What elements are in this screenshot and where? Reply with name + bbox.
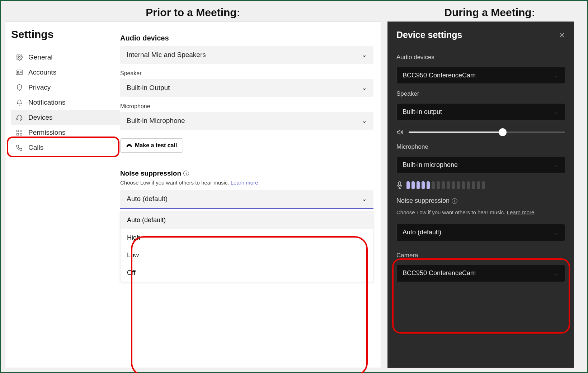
noise-suppression-heading-dark: Noise suppression i [396,197,565,205]
microphone-select-dark[interactable]: Built-in microphone ⌄ [396,156,565,173]
microphone-label: Microphone [120,103,373,110]
audio-devices-heading: Audio devices [120,34,373,42]
device-settings-title: Device settings [396,30,462,40]
svg-rect-8 [20,130,22,132]
noise-suppression-desc: Choose Low if you want others to hear mu… [120,180,373,186]
nav-label: Notifications [28,99,66,106]
microphone-value-dark: Built-in microphone [403,161,458,169]
camera-value: BCC950 ConferenceCam [403,269,476,277]
phone-icon [15,144,23,152]
divider [120,163,373,163]
caption-during: During a Meeting: [396,6,583,19]
chevron-down-icon: ⌄ [554,229,559,236]
mic-level-bar [442,181,445,189]
make-test-call-button[interactable]: Make a test call [120,138,183,153]
nav-label: Accounts [28,68,56,76]
ns-option-high[interactable]: High [121,229,373,247]
ns-option-auto[interactable]: Auto (default) [121,211,373,229]
device-settings-panel: Device settings Audio devices BCC950 Con… [387,21,574,368]
ns-value-dark: Auto (default) [403,229,441,236]
nav-general[interactable]: General [11,50,120,65]
caption-prior: Prior to a Meeting: [5,6,381,19]
learn-more-link[interactable]: Learn more [231,180,258,186]
mic-level-bar [452,181,455,189]
accounts-icon [15,68,23,76]
nav-label: Calls [28,144,43,152]
settings-panel: Settings General Accounts [5,21,381,368]
audio-devices-select[interactable]: Internal Mic and Speakers ⌄ [120,46,373,64]
nav-label: General [28,53,53,61]
chevron-down-icon: ⌄ [554,161,559,169]
camera-select[interactable]: BCC950 ConferenceCam ⌄ [396,265,565,282]
svg-point-2 [18,71,19,73]
mic-level-bar [422,181,425,189]
microphone-level-row [396,181,565,189]
ns-desc-post: . [258,180,259,186]
noise-suppression-heading: Noise suppression i [120,169,373,177]
speaker-label: Speaker [120,70,373,77]
mic-level-bar [437,181,440,189]
ns-option-low[interactable]: Low [121,247,373,264]
learn-more-link-dark[interactable]: Learn more [507,209,535,215]
nav-permissions[interactable]: Permissions [11,125,120,140]
gear-icon [15,53,23,61]
svg-rect-9 [17,133,19,135]
svg-point-0 [19,57,20,58]
mic-level-bar [477,181,480,189]
close-button[interactable] [559,32,565,38]
ns-heading-text-dark: Noise suppression [396,197,450,205]
chevron-down-icon: ⌄ [362,117,367,125]
ns-option-off[interactable]: Off [121,264,373,282]
audio-devices-value: Internal Mic and Speakers [127,51,206,59]
grid-icon [15,129,23,137]
info-icon[interactable]: i [183,171,189,176]
ns-desc-post-dark: . [534,209,536,215]
nav-accounts[interactable]: Accounts [11,65,120,80]
audio-devices-select-dark[interactable]: BCC950 ConferenceCam ⌄ [396,67,565,84]
noise-suppression-select[interactable]: Auto (default) ⌄ [120,190,373,209]
speaker-select-dark[interactable]: Built-in output ⌄ [396,103,565,120]
microphone-icon [396,181,403,189]
ns-heading-text: Noise suppression [120,169,181,177]
mic-level-bar [406,181,410,189]
headset-icon [15,114,23,121]
microphone-select[interactable]: Built-in Microphone ⌄ [120,112,373,130]
mic-level-bar [411,181,415,189]
test-call-label: Make a test call [135,142,177,149]
svg-rect-6 [21,118,22,120]
nav-privacy[interactable]: Privacy [11,80,120,95]
chevron-down-icon: ⌄ [554,71,559,79]
speaker-volume-slider[interactable] [409,131,565,133]
mic-level-bar [457,181,460,189]
devices-settings-content: Audio devices Internal Mic and Speakers … [120,22,381,368]
speaker-select[interactable]: Built-in Output ⌄ [120,79,373,97]
microphone-value: Built-in Microphone [127,117,185,125]
svg-rect-10 [20,133,22,135]
mic-level-bar [482,181,485,189]
speaker-volume-row [396,129,565,135]
nav-devices[interactable]: Devices [11,110,120,125]
phone-icon [126,143,132,148]
chevron-down-icon: ⌄ [554,108,559,116]
noise-suppression-select-dark[interactable]: Auto (default) ⌄ [396,224,565,241]
speaker-value: Built-in Output [127,84,170,92]
noise-suppression-desc-dark: Choose Low if you want others to hear mu… [396,209,565,216]
slider-knob[interactable] [499,128,507,136]
ns-desc-text-dark: Choose Low if you want others to hear mu… [396,209,507,215]
microphone-label-dark: Microphone [396,143,565,150]
svg-rect-7 [17,130,19,132]
info-icon[interactable]: i [452,198,457,204]
nav-label: Permissions [28,129,65,137]
audio-devices-value-dark: BCC950 ConferenceCam [403,72,476,79]
settings-title: Settings [11,28,120,40]
mic-level-bar [447,181,450,189]
svg-rect-13 [399,182,401,186]
mic-level-bar [462,181,465,189]
mic-level-bar [417,181,420,189]
nav-calls[interactable]: Calls [11,140,120,155]
slider-fill [409,131,503,133]
nav-label: Privacy [28,83,51,91]
mic-level-bar [467,181,470,189]
mic-level-bar [427,181,430,189]
nav-notifications[interactable]: Notifications [11,95,120,110]
